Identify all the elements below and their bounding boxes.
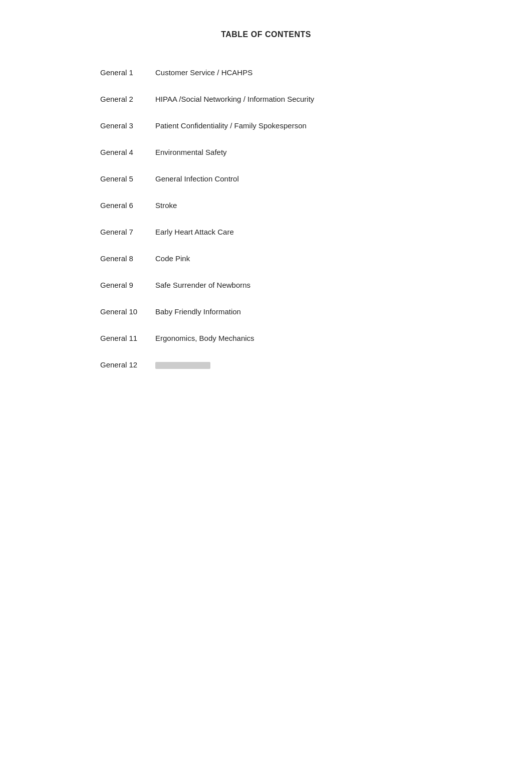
toc-entry: Safe Surrender of Newborns — [155, 272, 432, 298]
toc-row: General 6Stroke — [100, 192, 432, 219]
toc-label: General 5 — [100, 165, 155, 192]
toc-row: General 7Early Heart Attack Care — [100, 219, 432, 245]
page-title: TABLE OF CONTENTS — [100, 30, 432, 39]
toc-row: General 11Ergonomics, Body Mechanics — [100, 325, 432, 351]
toc-label: General 1 — [100, 59, 155, 86]
toc-label: General 9 — [100, 272, 155, 298]
toc-row: General 1Customer Service / HCAHPS — [100, 59, 432, 86]
toc-entry: HIPAA /Social Networking / Information S… — [155, 86, 432, 112]
toc-row: General 5General Infection Control — [100, 165, 432, 192]
toc-entry: Code Pink — [155, 245, 432, 272]
toc-row: General 9Safe Surrender of Newborns — [100, 272, 432, 298]
toc-label: General 8 — [100, 245, 155, 272]
toc-entry: Ergonomics, Body Mechanics — [155, 325, 432, 351]
toc-entry: Stroke — [155, 192, 432, 219]
toc-entry: Customer Service / HCAHPS — [155, 59, 432, 86]
toc-table: General 1Customer Service / HCAHPSGenera… — [100, 59, 432, 378]
toc-entry: General Infection Control — [155, 165, 432, 192]
toc-entry: Baby Friendly Information — [155, 298, 432, 325]
redacted-text — [155, 362, 210, 369]
toc-row: General 3Patient Confidentiality / Famil… — [100, 112, 432, 139]
toc-entry: Patient Confidentiality / Family Spokesp… — [155, 112, 432, 139]
toc-entry: Environmental Safety — [155, 139, 432, 165]
toc-label: General 10 — [100, 298, 155, 325]
toc-label: General 12 — [100, 351, 155, 378]
toc-row: General 2HIPAA /Social Networking / Info… — [100, 86, 432, 112]
toc-label: General 11 — [100, 325, 155, 351]
toc-label: General 4 — [100, 139, 155, 165]
toc-label: General 7 — [100, 219, 155, 245]
toc-entry: Early Heart Attack Care — [155, 219, 432, 245]
toc-entry — [155, 351, 432, 378]
page: TABLE OF CONTENTS General 1Customer Serv… — [0, 0, 532, 780]
toc-row: General 4Environmental Safety — [100, 139, 432, 165]
toc-label: General 3 — [100, 112, 155, 139]
toc-row: General 8Code Pink — [100, 245, 432, 272]
toc-label: General 6 — [100, 192, 155, 219]
toc-row: General 10Baby Friendly Information — [100, 298, 432, 325]
toc-row: General 12 — [100, 351, 432, 378]
toc-label: General 2 — [100, 86, 155, 112]
